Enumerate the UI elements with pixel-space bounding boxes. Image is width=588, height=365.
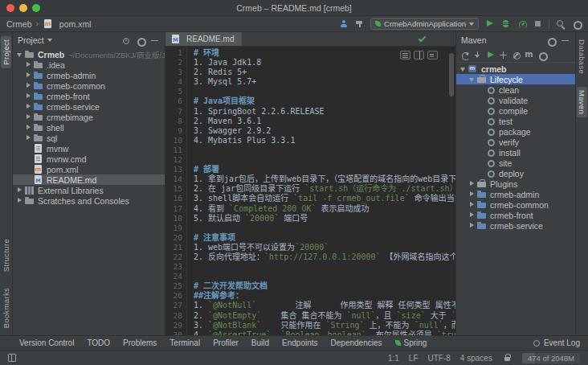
code-line[interactable]: 4. `@AssertTrue` `Boolean，boolean` 布尔属性必… <box>194 330 455 335</box>
toolwindow-button-todo[interactable]: TODO <box>80 338 116 347</box>
expand-arrow-icon[interactable] <box>25 103 33 111</box>
maven-execute-goal-button[interactable] <box>524 50 534 60</box>
code-line[interactable] <box>194 146 455 155</box>
tree-item-lifecycle[interactable]: Lifecycle <box>456 74 575 84</box>
file-encoding[interactable]: UTF-8 <box>428 354 451 363</box>
profiler-button[interactable] <box>517 18 527 29</box>
code-line[interactable]: 1. `@NotNull` 注解 作用类型 解释 任何类型 属性不能为 `nul… <box>194 301 455 310</box>
toolwindow-button-dependencies[interactable]: Dependencies <box>325 338 389 347</box>
tree-item-mvnw-cmd[interactable]: mvnw.cmd <box>13 154 165 164</box>
expand-arrow-icon[interactable] <box>16 51 24 59</box>
tree-item-plugins[interactable]: Plugins <box>456 178 575 189</box>
tree-item-package[interactable]: package <box>456 126 575 137</box>
tree-item-crmebimage[interactable]: crmebimage <box>13 112 165 122</box>
expand-arrow-icon[interactable] <box>468 180 476 188</box>
expand-arrow-icon[interactable] <box>16 187 24 195</box>
event-log-button[interactable]: Event Log <box>531 338 580 348</box>
tool-button-database[interactable]: Database <box>577 36 587 77</box>
code-line[interactable]: # 二次开发帮助文档 <box>194 281 455 291</box>
tree-item-sql[interactable]: sql <box>13 133 165 143</box>
tree-item-verify[interactable]: verify <box>456 137 575 147</box>
code-line[interactable]: 2. `@NotEmpty` 集合 集合不能为 `null`，且 `size` … <box>194 311 455 321</box>
show-preview-only-button[interactable] <box>427 51 438 59</box>
build-project-button[interactable] <box>354 18 365 29</box>
tree-item-idea[interactable]: .idea <box>13 59 165 70</box>
tree-item-test[interactable]: test <box>456 116 575 126</box>
code-line[interactable] <box>194 87 455 96</box>
maven-settings-button[interactable] <box>537 50 547 60</box>
tree-item-shell[interactable]: shell <box>13 122 165 133</box>
expand-arrow-icon[interactable] <box>25 113 33 121</box>
tree-item-compile[interactable]: compile <box>456 105 575 116</box>
expand-arrow-icon[interactable] <box>25 124 33 132</box>
tree-item-crmeb-common[interactable]: crmeb-common <box>13 80 165 91</box>
expand-arrow-icon[interactable] <box>468 201 476 209</box>
close-window-button[interactable] <box>6 4 14 12</box>
show-editor-and-preview-button[interactable] <box>414 51 424 59</box>
maven-offline-mode-button[interactable] <box>511 50 521 60</box>
toolwindow-button-problems[interactable]: Problems <box>116 338 163 347</box>
indent-setting[interactable]: 4 spaces <box>460 354 492 363</box>
memory-indicator[interactable]: 474 of 2048M <box>522 353 580 363</box>
expand-arrow-icon[interactable] <box>468 191 476 199</box>
line-ending[interactable]: LF <box>409 354 419 363</box>
tree-item-crmeb-front[interactable]: crmeb-front <box>456 210 575 220</box>
code-line[interactable]: 3. Swagger 2.9.2 <box>194 126 455 136</box>
tree-item-install[interactable]: install <box>456 147 575 158</box>
expand-arrow-icon[interactable] <box>25 92 33 100</box>
tree-item-crmeb-service[interactable]: crmeb-service <box>456 220 575 231</box>
code-line[interactable]: 2. Maven 3.6.1 <box>194 117 455 126</box>
tree-item-external-libraries[interactable]: External Libraries <box>13 185 165 195</box>
code-line[interactable]: 4. Mybatis Plus 3.3.1 <box>194 136 455 146</box>
tree-item-crmeb-admin[interactable]: crmeb-admin <box>456 189 575 199</box>
settings-button[interactable] <box>571 18 582 29</box>
tree-item-crmeb-service[interactable]: crmeb-service <box>13 101 165 112</box>
tree-item-site[interactable]: site <box>456 158 575 168</box>
toolwindow-button-spring[interactable]: Spring <box>389 338 434 347</box>
tree-item-crmeb[interactable]: Crmeb~/Documents/ZBKJ/商业版/Java单商户... <box>13 49 165 59</box>
toolwindow-button-endpoints[interactable]: Endpoints <box>276 338 324 347</box>
tree-item-readme-md[interactable]: README.md <box>13 174 165 185</box>
code-line[interactable] <box>194 155 455 165</box>
maven-download-sources-button[interactable] <box>472 50 483 60</box>
tree-item-pom-xml[interactable]: pom.xml <box>13 164 165 174</box>
code-line[interactable]: # 注意事项 <box>194 233 455 243</box>
breadcrumb-project[interactable]: Crmeb <box>6 19 32 29</box>
locate-file-button[interactable] <box>120 35 131 46</box>
search-everywhere-button[interactable] <box>555 18 566 29</box>
code-line[interactable]: ##注解参考： <box>194 291 455 301</box>
code-line[interactable]: 4. 看到 `Completed 200 OK` 表示启动成功 <box>194 204 455 214</box>
code-line[interactable] <box>194 224 455 233</box>
tool-button-project[interactable]: Project <box>1 36 11 68</box>
code-line[interactable]: 3. shell脚本会自动运行 `tail -f crmeb_out.file`… <box>194 194 455 203</box>
tool-button-structure[interactable]: Structure <box>1 236 11 275</box>
expand-arrow-icon[interactable] <box>25 134 33 142</box>
tree-item-crmeb-common[interactable]: crmeb-common <box>456 199 575 210</box>
expand-arrow-icon[interactable] <box>16 197 24 205</box>
run-configuration-select[interactable]: CrmebAdminApplication <box>370 18 479 30</box>
toolwindow-button-build[interactable]: Build <box>245 338 276 347</box>
editor-scrollbar[interactable] <box>449 53 454 96</box>
expand-arrow-icon[interactable] <box>468 76 476 84</box>
expand-arrow-icon[interactable] <box>25 61 33 69</box>
expand-arrow-icon[interactable] <box>25 72 33 80</box>
expand-arrow-icon[interactable] <box>468 222 476 230</box>
editor-content[interactable]: # 环境1. Java Jdk1.82. Redis 5+3. Mysql 5.… <box>187 47 455 335</box>
tree-item-mvnw[interactable]: mvnw <box>13 143 165 154</box>
code-line[interactable] <box>194 262 455 272</box>
code-line[interactable]: 1. SpringBoot 2.2.6.RELEASE <box>194 107 455 117</box>
caret-position[interactable]: 1:1 <box>388 354 399 363</box>
tree-item-crmeb-front[interactable]: crmeb-front <box>13 91 165 101</box>
readonly-lock-icon[interactable] <box>502 353 512 363</box>
run-button[interactable] <box>484 18 495 29</box>
minimize-window-button[interactable] <box>19 4 27 12</box>
show-editor-only-button[interactable] <box>400 51 410 59</box>
user-avatar-icon[interactable] <box>338 18 349 29</box>
maven-options-button[interactable] <box>545 35 556 46</box>
hide-maven-panel-button[interactable] <box>560 35 570 46</box>
code-line[interactable]: 1. 拿到jar包后，上传到web目录下，（宝塔配置的域名指向的web目录下即可… <box>194 174 455 184</box>
fullscreen-window-button[interactable] <box>32 4 40 12</box>
toolwindow-switcher-icon[interactable] <box>8 354 16 362</box>
project-panel-title[interactable]: Project <box>18 35 44 45</box>
maven-reimport-button[interactable] <box>459 50 470 60</box>
